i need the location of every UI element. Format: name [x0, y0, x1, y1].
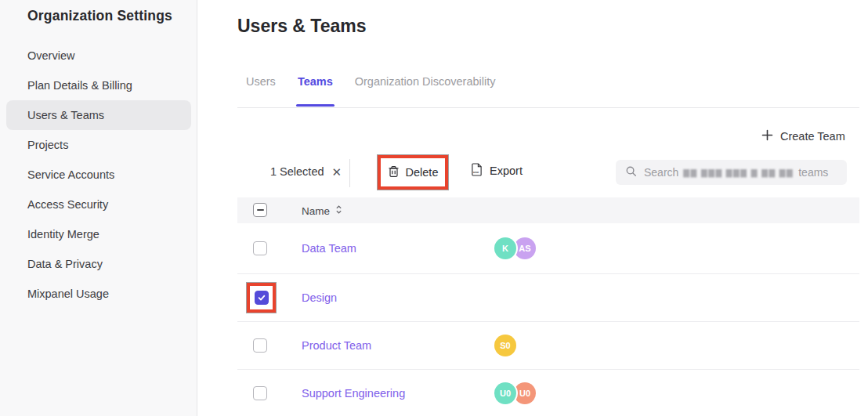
row-checkbox[interactable] [253, 338, 267, 353]
plus-icon [761, 129, 773, 143]
search-input[interactable]: Search ▇▇ ▇▇▇ ▇▇▇ ▇ ▇▇ ▇▇ teams [616, 160, 847, 185]
sidebar-item-label: Plan Details & Billing [27, 79, 132, 92]
team-name-link[interactable]: Support Engineering [302, 387, 405, 400]
sidebar-item-label: Mixpanel Usage [27, 288, 109, 300]
selected-count-label: 1 Selected [270, 165, 324, 178]
page-title: Users & Teams [237, 16, 367, 37]
delete-button[interactable]: Delete [381, 158, 445, 186]
sidebar-item-label: Overview [27, 49, 74, 62]
sidebar: Organization Settings Overview Plan Deta… [0, 0, 197, 416]
clear-selection-icon[interactable]: ✕ [332, 166, 342, 178]
tab-teams[interactable]: Teams [298, 75, 333, 107]
annotation-box-checkbox [247, 283, 276, 313]
team-name-link[interactable]: Data Team [302, 242, 356, 255]
search-icon [625, 165, 637, 180]
sidebar-item-access-security[interactable]: Access Security [6, 190, 191, 219]
organization-settings-page: Organization Settings Overview Plan Deta… [0, 0, 868, 416]
tab-bar: Users Teams Organization Discoverability [246, 75, 495, 107]
sidebar-item-label: Access Security [27, 198, 108, 211]
sidebar-item-service-accounts[interactable]: Service Accounts [6, 160, 191, 190]
member-avatar: AS [514, 237, 536, 259]
sidebar-item-overview[interactable]: Overview [6, 41, 191, 71]
row-checkbox[interactable] [253, 386, 267, 400]
search-placeholder: Search ▇▇ ▇▇▇ ▇▇▇ ▇ ▇▇ ▇▇ teams [644, 166, 828, 179]
svg-text:csv: csv [473, 170, 479, 174]
sidebar-item-label: Identity Merge [27, 228, 99, 241]
sidebar-item-plan-details-billing[interactable]: Plan Details & Billing [6, 71, 191, 100]
team-name-link[interactable]: Product Team [302, 339, 371, 352]
table-row-design: Design [237, 274, 859, 322]
member-avatar: K [494, 237, 516, 259]
create-team-label: Create Team [780, 130, 845, 143]
table-row-data-team: Data Team K AS [237, 223, 859, 274]
sidebar-item-label: Service Accounts [27, 168, 114, 181]
row-checkbox-checked[interactable] [255, 291, 269, 305]
table-row-product-team: Product Team S0 [237, 322, 859, 370]
export-label: Export [490, 165, 523, 177]
member-avatar: U0 [494, 382, 516, 404]
sidebar-item-label: Projects [27, 139, 68, 151]
export-button[interactable]: csv Export [471, 163, 523, 179]
avatar-stack: U0 U0 [494, 382, 536, 404]
annotation-box-delete: Delete [378, 155, 448, 190]
tab-users[interactable]: Users [246, 75, 276, 107]
tab-organization-discoverability[interactable]: Organization Discoverability [355, 75, 496, 107]
sidebar-item-label: Users & Teams [27, 109, 104, 121]
create-team-button[interactable]: Create Team [761, 129, 845, 143]
sidebar-item-data-privacy[interactable]: Data & Privacy [6, 249, 191, 279]
sidebar-title: Organization Settings [27, 8, 172, 24]
member-avatar: U0 [514, 382, 536, 404]
selection-status: 1 Selected ✕ [270, 165, 342, 178]
table-row-support-engineering: Support Engineering U0 U0 [237, 370, 859, 416]
member-avatar: S0 [494, 335, 516, 356]
sort-icon [335, 204, 342, 216]
sidebar-item-mixpanel-usage[interactable]: Mixpanel Usage [6, 279, 191, 309]
toolbar-divider [349, 159, 350, 187]
sidebar-item-identity-merge[interactable]: Identity Merge [6, 219, 191, 249]
sidebar-item-users-teams[interactable]: Users & Teams [6, 100, 191, 130]
trash-icon [388, 165, 400, 180]
delete-label: Delete [406, 166, 439, 179]
checkmark-icon [257, 293, 266, 302]
indeterminate-dash [257, 209, 264, 211]
row-checkbox[interactable] [253, 241, 267, 255]
avatar-stack: K AS [494, 237, 536, 259]
redacted-text: ▇▇ ▇▇▇ ▇▇▇ ▇ ▇▇ ▇▇ [683, 168, 794, 177]
table-header: Name [237, 197, 859, 223]
sidebar-item-projects[interactable]: Projects [6, 130, 191, 160]
select-all-checkbox[interactable] [253, 203, 267, 217]
column-header-name[interactable]: Name [302, 204, 342, 216]
csv-file-icon: csv [471, 163, 483, 179]
avatar-stack: S0 [494, 335, 516, 356]
team-name-link[interactable]: Design [302, 291, 337, 304]
tabs-divider [237, 107, 859, 108]
sidebar-item-label: Data & Privacy [27, 258, 103, 270]
